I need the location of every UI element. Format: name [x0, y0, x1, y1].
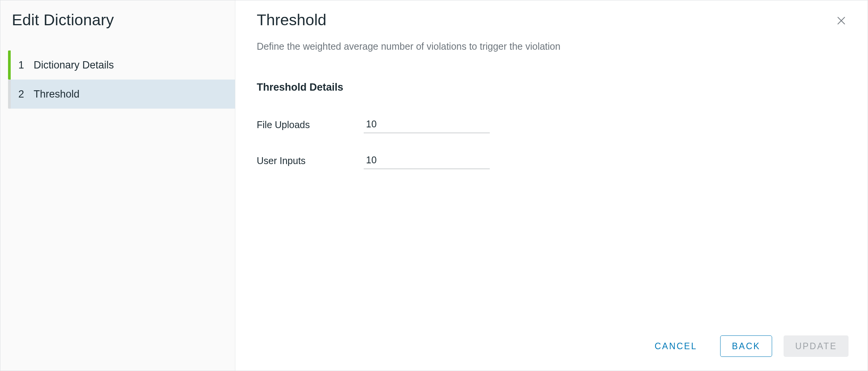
file-uploads-input[interactable] — [364, 116, 490, 133]
step-dictionary-details[interactable]: 1 Dictionary Details — [8, 50, 235, 80]
sidebar-title: Edit Dictionary — [12, 11, 235, 29]
edit-dictionary-modal: Edit Dictionary 1 Dictionary Details 2 T… — [0, 0, 868, 371]
close-icon — [836, 15, 847, 26]
content-title: Threshold — [257, 11, 326, 29]
file-uploads-label: File Uploads — [257, 119, 364, 130]
step-threshold[interactable]: 2 Threshold — [8, 80, 235, 109]
wizard-content: Threshold Define the weighted average nu… — [235, 0, 868, 371]
content-header: Threshold — [257, 11, 849, 40]
step-number: 2 — [18, 88, 34, 100]
user-inputs-input[interactable] — [364, 152, 490, 169]
wizard-steps: 1 Dictionary Details 2 Threshold — [0, 50, 235, 109]
update-button[interactable]: UPDATE — [784, 335, 849, 357]
back-button[interactable]: BACK — [720, 335, 772, 357]
field-file-uploads: File Uploads — [257, 116, 849, 133]
step-number: 1 — [18, 59, 34, 71]
cancel-button[interactable]: CANCEL — [643, 335, 708, 357]
field-user-inputs: User Inputs — [257, 152, 849, 169]
step-label: Threshold — [34, 88, 79, 100]
section-label-threshold-details: Threshold Details — [257, 81, 849, 93]
close-button[interactable] — [834, 13, 849, 28]
wizard-footer: CANCEL BACK UPDATE — [257, 325, 849, 371]
user-inputs-label: User Inputs — [257, 155, 364, 166]
wizard-sidebar: Edit Dictionary 1 Dictionary Details 2 T… — [0, 0, 235, 371]
content-subtext: Define the weighted average number of vi… — [257, 40, 849, 53]
step-label: Dictionary Details — [34, 59, 114, 71]
